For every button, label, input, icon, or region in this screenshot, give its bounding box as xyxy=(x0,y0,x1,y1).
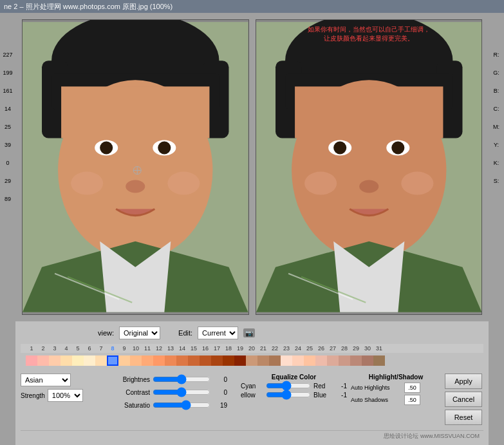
hl-shadow-title: Highlight/Shadow xyxy=(351,374,441,381)
k-label: K: xyxy=(494,160,499,166)
auto-highlights-input[interactable]: .50 xyxy=(404,383,420,393)
num-24: 24 xyxy=(292,345,304,352)
ruler-val-8: 29 xyxy=(5,178,11,184)
swatch-31[interactable] xyxy=(373,355,385,366)
auto-shadows-label: Auto Shadows xyxy=(351,397,402,403)
brightness-slider[interactable] xyxy=(153,375,210,383)
swatch-6[interactable] xyxy=(84,355,95,366)
bottom-bar: 思绘设计论坛 www.MISSVUAN.COM xyxy=(21,430,483,442)
num-21: 21 xyxy=(257,345,269,352)
r-label: R: xyxy=(494,52,499,58)
swatch-16[interactable] xyxy=(200,355,211,366)
center-content: 如果你有时间，当然也可以自己手工细调， 让皮肤颜色看起来显得更完美。 view:… xyxy=(15,13,489,445)
preview-area: 如果你有时间，当然也可以自己手工细调， 让皮肤颜色看起来显得更完美。 xyxy=(15,13,489,321)
skin-type-select[interactable]: Asian Caucasian African xyxy=(21,374,71,386)
auto-shadows-input[interactable]: .50 xyxy=(404,395,420,405)
swatch-4[interactable] xyxy=(61,355,72,366)
swatch-25[interactable] xyxy=(304,355,315,366)
swatch-1[interactable] xyxy=(26,355,37,366)
num-5: 5 xyxy=(72,345,84,352)
swatch-18[interactable] xyxy=(223,355,234,366)
right-buttons: Apply Cancel Reset xyxy=(445,374,483,425)
main-area: 227 199 161 14 25 39 0 29 89 xyxy=(0,13,504,445)
num-11: 11 xyxy=(142,345,153,352)
eq-color: Equalize Color Cyan Red -1 ellow Blue -1 xyxy=(241,374,347,399)
swatch-17[interactable] xyxy=(211,355,223,366)
strength-select[interactable]: 100% 75% 50% xyxy=(48,389,83,402)
swatch-13[interactable] xyxy=(165,355,176,366)
swatch-14[interactable] xyxy=(176,355,188,366)
apply-button[interactable]: Apply xyxy=(445,374,482,389)
swatch-11[interactable] xyxy=(142,355,153,366)
swatch-10[interactable] xyxy=(130,355,142,366)
contrast-row: Contrast 0 xyxy=(108,386,237,398)
edit-select[interactable]: Current xyxy=(198,327,238,339)
num-9: 9 xyxy=(118,345,130,352)
svg-point-8 xyxy=(100,141,113,154)
contrast-slider[interactable] xyxy=(153,388,210,396)
swatch-9[interactable] xyxy=(118,355,130,366)
ruler-val-6: 39 xyxy=(5,142,11,148)
yellow-blue-slider[interactable] xyxy=(266,391,311,399)
swatch-selected[interactable] xyxy=(107,355,118,366)
swatch-3[interactable] xyxy=(49,355,61,366)
cancel-button[interactable]: Cancel xyxy=(445,392,482,407)
num-25: 25 xyxy=(304,345,315,352)
left-section: Asian Caucasian African Strength 100% 75… xyxy=(21,374,104,402)
eq-color-title: Equalize Color xyxy=(241,374,347,381)
num-20: 20 xyxy=(246,345,257,352)
swatch-5[interactable] xyxy=(72,355,84,366)
swatch-28[interactable] xyxy=(339,355,350,366)
swatch-22[interactable] xyxy=(269,355,281,366)
num-30: 30 xyxy=(362,345,373,352)
svg-point-33 xyxy=(401,172,433,195)
saturation-row: Saturatio 19 xyxy=(108,399,237,411)
s-label: S: xyxy=(494,178,499,184)
ruler-val-5: 25 xyxy=(5,124,11,130)
watermark-text: 思绘设计论坛 www.MISSVUAN.COM xyxy=(384,433,480,439)
swatch-30[interactable] xyxy=(362,355,373,366)
swatch-19[interactable] xyxy=(234,355,246,366)
yellow-label: ellow xyxy=(241,392,263,399)
saturation-label: Saturatio xyxy=(108,402,150,409)
swatch-23[interactable] xyxy=(281,355,292,366)
swatch-24[interactable] xyxy=(292,355,304,366)
swatch-26[interactable] xyxy=(315,355,327,366)
eq-yellow-blue-row: ellow Blue -1 xyxy=(241,391,347,399)
reset-button[interactable]: Reset xyxy=(445,410,482,425)
b-label: B: xyxy=(494,88,499,94)
num-8: 8 xyxy=(107,345,118,352)
auto-highlights-row: Auto Highlights .50 xyxy=(351,383,441,393)
c-label: C: xyxy=(494,106,499,112)
swatch-7[interactable] xyxy=(95,355,107,366)
swatch-20[interactable] xyxy=(246,355,257,366)
ruler-val-3: 161 xyxy=(3,88,12,94)
num-4: 4 xyxy=(61,345,72,352)
contrast-label: Contrast xyxy=(108,389,150,396)
ruler-val-1: 227 xyxy=(3,52,12,58)
num-10: 10 xyxy=(130,345,142,352)
m-label: M: xyxy=(493,124,499,130)
swatch-15[interactable] xyxy=(188,355,200,366)
swatch-2[interactable] xyxy=(37,355,49,366)
swatch-12[interactable] xyxy=(153,355,165,366)
num-17: 17 xyxy=(211,345,223,352)
camera-icon[interactable]: 📷 xyxy=(243,328,255,337)
y-label: Y: xyxy=(494,142,499,148)
svg-point-28 xyxy=(333,141,346,154)
swatch-21[interactable] xyxy=(257,355,269,366)
view-edit-row: view: Original Current Edit: Current 📷 xyxy=(21,325,483,341)
swatch-29[interactable] xyxy=(350,355,362,366)
swatch-27[interactable] xyxy=(327,355,339,366)
saturation-slider[interactable] xyxy=(153,401,210,409)
edit-label: Edit: xyxy=(178,329,192,337)
saturation-value: 19 xyxy=(213,402,227,409)
middle-sliders: Brightnes 0 Contrast 0 Saturatio 19 xyxy=(108,374,237,411)
color-strip[interactable] xyxy=(26,355,478,366)
view-select[interactable]: Original Current xyxy=(119,327,160,339)
cyan-red-slider[interactable] xyxy=(266,382,311,390)
left-ruler: 227 199 161 14 25 39 0 29 89 xyxy=(0,13,15,445)
num-31: 31 xyxy=(373,345,385,352)
cyan-label: Cyan xyxy=(241,383,263,390)
svg-point-13 xyxy=(167,172,200,195)
